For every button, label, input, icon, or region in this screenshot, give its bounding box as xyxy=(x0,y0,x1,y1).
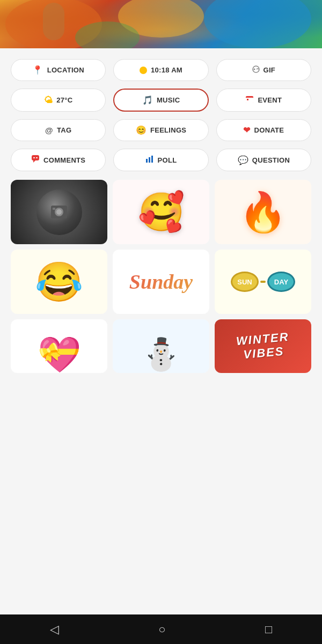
tag-btn-time[interactable]: 10:18 AM xyxy=(113,59,208,81)
svg-rect-13 xyxy=(33,157,35,158)
back-button[interactable]: ◁ xyxy=(39,618,70,641)
svg-rect-17 xyxy=(151,156,153,163)
donate-label: DONATE xyxy=(254,126,284,134)
svg-rect-11 xyxy=(32,155,39,160)
top-image xyxy=(0,0,322,48)
question-label: QUESTION xyxy=(252,156,290,164)
location-label: LOCATION xyxy=(47,66,84,74)
tag-label: TAG xyxy=(57,126,71,134)
time-label: 10:18 AM xyxy=(151,66,182,74)
main-content: 📍LOCATION10:18 AMGIF🌤27°C🎵MUSICEVENT@TAG… xyxy=(0,48,322,614)
home-button[interactable]: ○ xyxy=(148,618,176,641)
svg-rect-16 xyxy=(149,157,150,163)
tag-btn-weather[interactable]: 🌤27°C xyxy=(11,89,106,112)
tag-btn-question[interactable]: 💬QUESTION xyxy=(216,149,311,171)
tag-btn-poll[interactable]: POLL xyxy=(113,149,208,171)
event-label: EVENT xyxy=(258,96,282,104)
tag-btn-tag[interactable]: @TAG xyxy=(11,119,106,141)
sticker-snowman[interactable]: ⛄ xyxy=(113,319,209,373)
svg-rect-15 xyxy=(146,159,148,163)
tag-icon: @ xyxy=(45,126,53,135)
tag-btn-feelings[interactable]: 😊FEELINGS xyxy=(113,119,208,141)
svg-point-20 xyxy=(56,209,62,215)
sticker-heart[interactable]: 🥰 xyxy=(113,180,209,244)
music-label: MUSIC xyxy=(157,96,180,104)
svg-point-7 xyxy=(253,68,255,70)
sticker-partial-heart[interactable]: 💝 xyxy=(11,319,107,373)
sticker-sunday-glasses[interactable]: SUN DAY xyxy=(215,250,311,314)
poll-label: POLL xyxy=(158,156,177,164)
svg-rect-14 xyxy=(36,157,38,158)
location-icon: 📍 xyxy=(32,65,43,75)
sticker-fire[interactable]: 🔥 xyxy=(215,180,311,244)
event-icon xyxy=(245,95,254,106)
svg-marker-12 xyxy=(33,160,35,163)
question-icon: 💬 xyxy=(238,155,248,165)
sticker-winter[interactable]: WINTERVIBES xyxy=(215,319,311,373)
tag-btn-comments[interactable]: COMMENTS xyxy=(11,149,106,171)
comments-label: COMMENTS xyxy=(43,156,85,164)
recent-button[interactable]: □ xyxy=(254,618,283,641)
svg-rect-9 xyxy=(246,98,253,103)
feelings-label: FEELINGS xyxy=(150,126,186,134)
svg-point-2 xyxy=(204,0,311,48)
gif-icon xyxy=(252,65,260,75)
time-icon xyxy=(140,67,147,74)
svg-rect-5 xyxy=(43,3,64,40)
stickers-grid: 🥰🔥😂Sunday SUN DAY 💝⛄WINTERVIBES xyxy=(11,180,311,373)
weather-label: 27°C xyxy=(56,96,72,104)
sticker-laugh[interactable]: 😂 xyxy=(11,250,107,314)
phone-screen: 📍LOCATION10:18 AMGIF🌤27°C🎵MUSICEVENT@TAG… xyxy=(0,0,322,644)
svg-rect-10 xyxy=(247,99,248,100)
feelings-icon: 😊 xyxy=(136,125,147,135)
tags-grid: 📍LOCATION10:18 AMGIF🌤27°C🎵MUSICEVENT@TAG… xyxy=(11,59,311,171)
sticker-photo[interactable] xyxy=(11,180,107,244)
music-icon: 🎵 xyxy=(142,95,153,105)
donate-icon: ❤ xyxy=(243,125,250,135)
tag-btn-music[interactable]: 🎵MUSIC xyxy=(113,89,208,112)
weather-icon: 🌤 xyxy=(44,96,53,105)
tag-btn-event[interactable]: EVENT xyxy=(216,89,311,112)
tag-btn-donate[interactable]: ❤DONATE xyxy=(216,119,311,141)
tag-btn-location[interactable]: 📍LOCATION xyxy=(11,59,106,81)
bottom-nav: ◁ ○ □ xyxy=(0,614,322,644)
svg-rect-21 xyxy=(53,208,55,210)
gif-label: GIF xyxy=(264,66,276,74)
tag-btn-gif[interactable]: GIF xyxy=(216,59,311,81)
sticker-sunday[interactable]: Sunday xyxy=(113,250,209,314)
comments-icon xyxy=(31,155,40,165)
poll-icon xyxy=(145,155,154,165)
